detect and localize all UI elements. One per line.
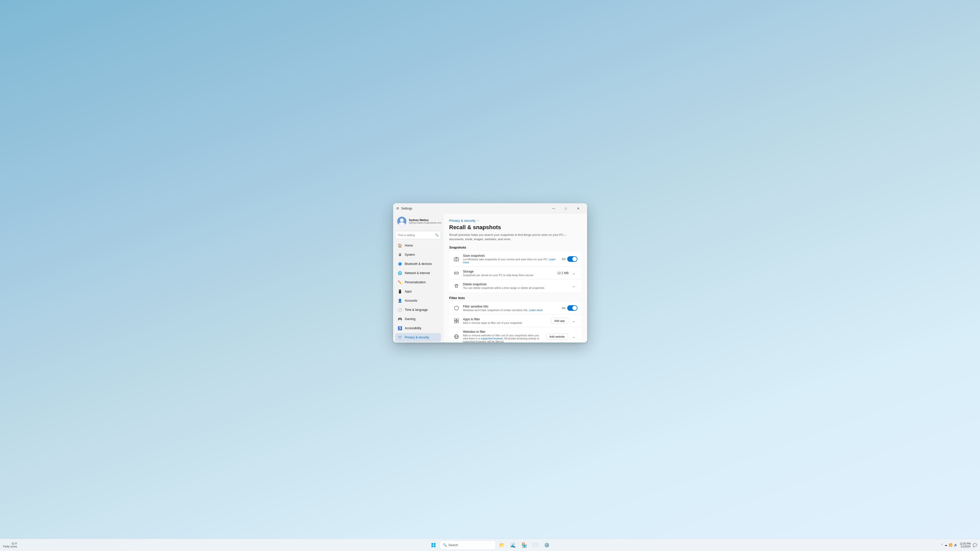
save-snapshots-toggle-label: On xyxy=(562,257,566,260)
apps-filter-desc: Add or remove apps to filter out of your… xyxy=(463,321,548,324)
wifi-icon: 📶 xyxy=(949,543,953,547)
storage-row: Storage Snapshots are stored on your PC … xyxy=(449,267,581,279)
svg-rect-17 xyxy=(434,543,436,545)
apps-filter-text: Apps to filter Add or remove apps to fil… xyxy=(463,317,548,324)
websites-filter-icon xyxy=(453,333,460,340)
search-container: 🔍 xyxy=(395,231,441,239)
camera-icon xyxy=(453,255,460,262)
add-website-button[interactable]: Add website xyxy=(546,333,568,340)
sidebar-label-apps: Apps xyxy=(405,289,412,293)
add-app-button[interactable]: Add app xyxy=(551,318,568,324)
taskbar-left: 61°F Partly sunny xyxy=(3,542,17,548)
save-snapshots-text: Save snapshots Let Windows take snapshot… xyxy=(463,254,559,264)
delete-expand-button[interactable]: ⌄ xyxy=(570,282,578,289)
bluetooth-icon: 🔷 xyxy=(398,261,402,266)
svg-rect-3 xyxy=(454,257,459,261)
storage-expand-button[interactable]: ⌄ xyxy=(570,270,578,277)
notification-icon[interactable]: 💬 xyxy=(973,543,977,547)
delete-icon xyxy=(453,282,460,289)
file-explorer-button[interactable]: 📁 xyxy=(497,540,507,550)
websites-filter-title: Websites to filter xyxy=(463,330,543,333)
storage-control: 12.2 MB ⌄ xyxy=(557,270,578,277)
personalization-icon: ✏️ xyxy=(398,280,402,284)
filter-sensitive-control: On xyxy=(562,305,578,311)
main-content: Privacy & security › Recall & snapshots … xyxy=(443,213,587,342)
storage-title: Storage xyxy=(463,270,554,273)
sidebar-item-system[interactable]: 🖥 System xyxy=(395,250,441,259)
sidebar-search-input[interactable] xyxy=(395,231,441,239)
close-button[interactable]: ✕ xyxy=(572,204,584,212)
weather-temp: 61°F xyxy=(12,542,17,545)
sidebar-label-system: System xyxy=(405,252,415,256)
filter-toggle-label: On xyxy=(562,306,566,310)
apps-expand-button[interactable]: ⌄ xyxy=(570,317,578,324)
volume-icon: 🔊 xyxy=(954,543,958,547)
time-display[interactable]: 12:00 PM 1/1/2024 xyxy=(959,542,970,548)
filter-sensitive-toggle[interactable] xyxy=(567,305,578,311)
filter-sensitive-row: Filter sensitive info Windows won't take… xyxy=(449,302,581,314)
snapshots-section-title: Snapshots xyxy=(449,246,581,249)
sidebar-item-bluetooth[interactable]: 🔷 Bluetooth & devices xyxy=(395,259,441,268)
edge-icon: 🌊 xyxy=(510,542,516,548)
delete-snapshots-desc: You can delete snapshots within a time r… xyxy=(463,286,567,289)
save-snapshots-toggle[interactable] xyxy=(567,256,578,262)
weather-widget: 61°F Partly sunny xyxy=(3,542,17,548)
gaming-icon: 🎮 xyxy=(398,316,402,321)
user-email: sydney.mattos.01@outlook.com xyxy=(409,221,442,224)
sidebar-item-accounts[interactable]: 👤 Accounts xyxy=(395,296,441,305)
apps-icon: 📱 xyxy=(398,289,402,294)
sidebar-label-accounts: Accounts xyxy=(405,299,417,302)
storage-text: Storage Snapshots are stored on your PC … xyxy=(463,270,554,276)
svg-rect-18 xyxy=(431,545,433,547)
sidebar-label-home: Home xyxy=(405,243,413,247)
time-icon: 🕐 xyxy=(398,307,402,312)
svg-rect-19 xyxy=(434,545,436,547)
start-button[interactable] xyxy=(428,540,439,550)
clock: 12:00 PM xyxy=(959,542,970,545)
sidebar-item-network[interactable]: 🌐 Network & internet xyxy=(395,268,441,277)
accounts-icon: 👤 xyxy=(398,298,402,303)
sidebar-item-apps[interactable]: 📱 Apps xyxy=(395,287,441,295)
sidebar-item-update[interactable]: 🔄 Windows Update xyxy=(395,342,441,342)
sidebar-item-time[interactable]: 🕐 Time & language xyxy=(395,305,441,314)
sidebar-item-privacy[interactable]: 🛡 Privacy & security xyxy=(395,333,441,341)
user-name: Sydney Mattos xyxy=(409,218,442,221)
window-title: Settings xyxy=(401,206,412,210)
delete-snapshots-title: Delete snapshots xyxy=(463,282,567,286)
svg-rect-16 xyxy=(431,543,433,545)
user-section: Sydney Mattos sydney.mattos.01@outlook.c… xyxy=(395,213,441,229)
sidebar-item-gaming[interactable]: 🎮 Gaming xyxy=(395,314,441,323)
breadcrumb-parent[interactable]: Privacy & security xyxy=(449,218,476,222)
apps-filter-row: Apps to filter Add or remove apps to fil… xyxy=(449,315,581,327)
store-button[interactable]: 🏪 xyxy=(519,540,530,550)
mail-button[interactable]: ✉️ xyxy=(530,540,541,550)
store-icon: 🏪 xyxy=(522,542,527,548)
title-bar-controls: — □ ✕ xyxy=(548,204,584,212)
filter-sensitive-desc: Windows won't take snapshots of certain … xyxy=(463,308,559,311)
chevron-up-icon[interactable]: ⌃ xyxy=(941,543,943,547)
sidebar-item-personalization[interactable]: ✏️ Personalization xyxy=(395,278,441,286)
minimize-button[interactable]: — xyxy=(548,204,560,212)
breadcrumb-separator: › xyxy=(477,219,479,222)
svg-rect-10 xyxy=(454,319,456,321)
maximize-button[interactable]: □ xyxy=(560,204,572,212)
storage-desc: Snapshots are stored on your PC to help … xyxy=(463,273,554,276)
sidebar-label-bluetooth: Bluetooth & devices xyxy=(405,262,432,265)
save-snapshots-control: On xyxy=(562,256,578,262)
svg-point-1 xyxy=(400,218,404,222)
avatar xyxy=(397,216,406,225)
settings-button[interactable]: ⚙️ xyxy=(542,540,552,550)
filter-group: Filter sensitive info Windows won't take… xyxy=(449,302,581,343)
content-area: Sydney Mattos sydney.mattos.01@outlook.c… xyxy=(393,213,587,342)
websites-expand-button[interactable]: ⌄ xyxy=(570,333,578,340)
taskbar-search[interactable]: 🔍 Search xyxy=(439,540,496,550)
edge-button[interactable]: 🌊 xyxy=(508,540,518,550)
sidebar-item-home[interactable]: 🏠 Home xyxy=(395,241,441,249)
filter-learn-more[interactable]: Learn more xyxy=(529,308,543,311)
sidebar-item-accessibility[interactable]: ♿ Accessibility xyxy=(395,324,441,332)
privacy-icon: 🛡 xyxy=(398,335,402,340)
file-explorer-icon: 📁 xyxy=(499,542,505,548)
filter-sensitive-text: Filter sensitive info Windows won't take… xyxy=(463,305,559,311)
sidebar-nav: 🏠 Home 🖥 System 🔷 Bluetooth & devices 🌐 … xyxy=(395,241,441,342)
supported-browser-link[interactable]: supported browser xyxy=(481,337,503,340)
